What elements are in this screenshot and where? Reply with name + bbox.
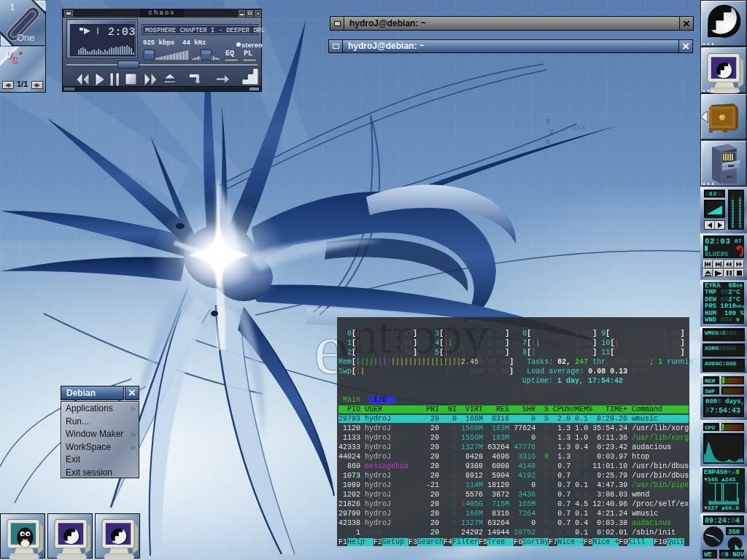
- svg-text:xxx: xxx: [571, 121, 586, 132]
- svg-text:x: x: [549, 125, 554, 136]
- svg-text:x: x: [546, 136, 551, 147]
- svg-text:x: x: [546, 115, 551, 126]
